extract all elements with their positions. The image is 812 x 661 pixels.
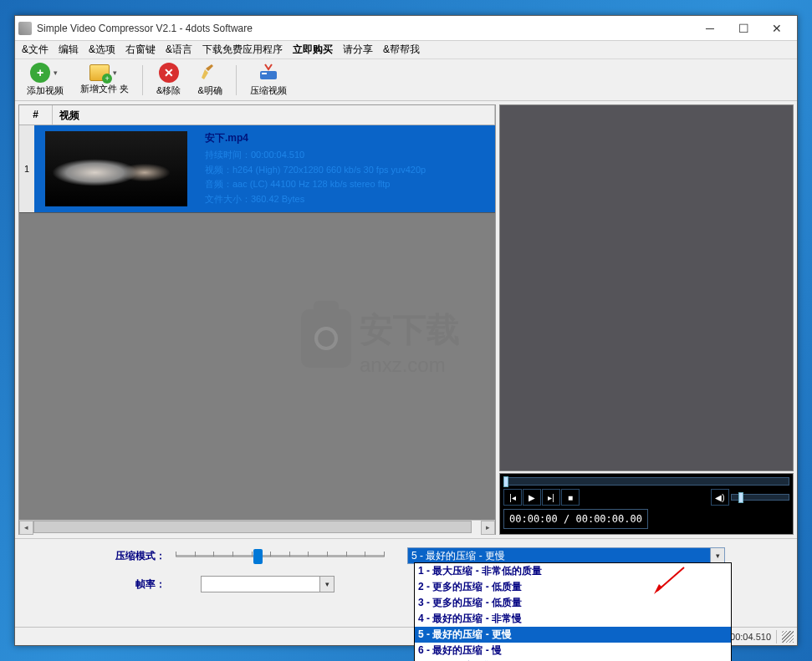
chevron-down-icon[interactable]: ▾ [51,69,60,77]
combobox-value: 5 - 最好的压缩 - 更慢 [411,549,505,563]
table-header: # 视频 [19,105,495,125]
remove-icon: ✕ [159,63,179,83]
maximize-button[interactable]: ☐ [727,18,760,39]
minimize-button[interactable]: ─ [693,18,727,39]
add-folder-label: 新增文件 夹 [80,83,129,95]
menu-options[interactable]: &选项 [89,43,115,57]
remove-button[interactable]: ✕ &移除 [151,61,186,99]
player-controls: |◂ ▶ ▸| ■ ◀) 00:00:00 / 00:00:00.00 [499,473,794,535]
filename: 安下.mp4 [205,130,488,146]
close-button[interactable]: ✕ [760,18,794,39]
video-list-panel: # 视频 1 安下.mp4 持续时间：00:00:04.510 视频：h264 … [18,104,496,535]
separator [236,65,237,95]
volume-thumb[interactable] [738,492,743,503]
frame-rate-label: 帧率： [25,577,176,592]
compress-mode-dropdown[interactable]: 1 - 最大压缩 - 非常低的质量2 - 更多的压缩 - 低质量3 - 更多的压… [414,562,732,661]
volume-icon[interactable]: ◀) [711,489,729,506]
content-area: # 视频 1 安下.mp4 持续时间：00:00:04.510 视频：h264 … [15,101,797,538]
skip-back-button[interactable]: |◂ [503,489,522,506]
title-bar[interactable]: Simple Video Compressor V2.1 - 4dots Sof… [15,16,797,41]
menu-share[interactable]: 请分享 [343,43,373,57]
play-button[interactable]: ▶ [523,489,541,506]
separator [142,65,143,95]
horizontal-scrollbar[interactable]: ◂ ▸ [19,520,495,534]
compress-mode-combobox[interactable]: 5 - 最好的压缩 - 更慢 ▾ [407,547,725,564]
menu-file[interactable]: &文件 [22,43,49,57]
menu-language[interactable]: &语言 [166,43,192,57]
dropdown-option[interactable]: 4 - 最好的压缩 - 非常慢 [415,611,731,627]
audio-line: 音频：aac (LC) 44100 Hz 128 kb/s stereo flt… [205,177,488,192]
col-video[interactable]: 视频 [53,105,495,125]
window-title: Simple Video Compressor V2.1 - 4dots Sof… [37,23,693,34]
settings-panel: 压缩模式： 5 - 最好的压缩 - 更慢 ▾ 帧率： ▾ 1 - 最大压缩 - … [15,538,797,627]
table-body[interactable]: 1 安下.mp4 持续时间：00:00:04.510 视频：h264 (High… [19,125,495,520]
menu-help[interactable]: &帮帮我 [383,43,420,57]
clear-label: &明确 [197,84,222,97]
size-line: 文件大小：360.42 Bytes [205,192,488,207]
remove-label: &移除 [156,84,181,97]
menu-download[interactable]: 下载免费应用程序 [202,43,283,57]
svg-rect-0 [260,71,277,79]
preview-viewport [499,104,794,471]
seek-slider[interactable] [503,477,789,486]
plus-icon: + [30,63,50,83]
compress-slider[interactable] [176,547,385,564]
scroll-right-icon[interactable]: ▸ [481,521,495,535]
chevron-down-icon[interactable]: ▾ [110,69,120,77]
duration-line: 持续时间：00:00:04.510 [205,148,488,163]
menu-rightkey[interactable]: 右窗键 [125,43,156,57]
dropdown-option[interactable]: 2 - 更多的压缩 - 低质量 [415,579,731,595]
dropdown-option[interactable]: 3 - 更多的压缩 - 低质量 [415,595,731,611]
chevron-down-icon[interactable]: ▾ [319,577,334,592]
seek-thumb[interactable] [503,476,508,487]
row-number: 1 [19,125,34,212]
skip-forward-button[interactable]: ▸| [542,489,560,506]
col-number[interactable]: # [19,105,53,125]
compress-label: 压缩视频 [250,84,287,97]
table-row[interactable]: 1 安下.mp4 持续时间：00:00:04.510 视频：h264 (High… [19,125,495,213]
chevron-down-icon[interactable]: ▾ [710,548,724,563]
add-folder-button[interactable]: + ▾ 新增文件 夹 [75,63,134,97]
menu-bar: &文件 编辑 &选项 右窗键 &语言 下载免费应用程序 立即购买 请分享 &帮帮… [15,41,797,59]
app-icon [18,22,32,35]
dropdown-option[interactable]: 5 - 最好的压缩 - 更慢 [415,627,731,643]
frame-rate-combobox[interactable]: ▾ [201,576,335,592]
time-display: 00:00:00 / 00:00:00.00 [503,509,648,529]
add-video-button[interactable]: + ▾ 添加视频 [22,61,69,99]
preview-panel: |◂ ▶ ▸| ■ ◀) 00:00:00 / 00:00:00.00 [499,104,794,535]
svg-rect-1 [262,73,267,74]
folder-icon: + [89,64,110,81]
dropdown-option[interactable]: 6 - 最好的压缩 - 慢 [415,643,731,658]
compress-button[interactable]: 压缩视频 [245,61,292,99]
volume-slider[interactable] [731,494,789,501]
dropdown-option[interactable]: 1 - 最大压缩 - 非常低的质量 [415,563,731,579]
menu-buynow[interactable]: 立即购买 [293,43,333,57]
compress-mode-label: 压缩模式： [25,549,176,563]
resize-grip[interactable] [782,631,794,643]
thumbnail-cell [34,125,198,212]
video-line: 视频：h264 (High) 720x1280 660 kb/s 30 fps … [205,163,488,178]
toolbar: + ▾ 添加视频 + ▾ 新增文件 夹 ✕ &移除 &明确 [15,59,797,101]
broom-icon [200,63,220,83]
app-window: Simple Video Compressor V2.1 - 4dots Sof… [14,15,798,646]
add-video-label: 添加视频 [27,84,64,97]
stop-button[interactable]: ■ [561,489,580,506]
scroll-thumb[interactable] [33,521,472,533]
video-meta: 安下.mp4 持续时间：00:00:04.510 视频：h264 (High) … [198,125,495,212]
compress-icon [258,63,278,83]
scroll-left-icon[interactable]: ◂ [19,521,33,535]
video-thumbnail [45,131,187,206]
scroll-track[interactable] [33,521,481,535]
clear-button[interactable]: &明确 [192,61,227,99]
slider-thumb[interactable] [253,549,263,564]
menu-edit[interactable]: 编辑 [59,43,79,57]
